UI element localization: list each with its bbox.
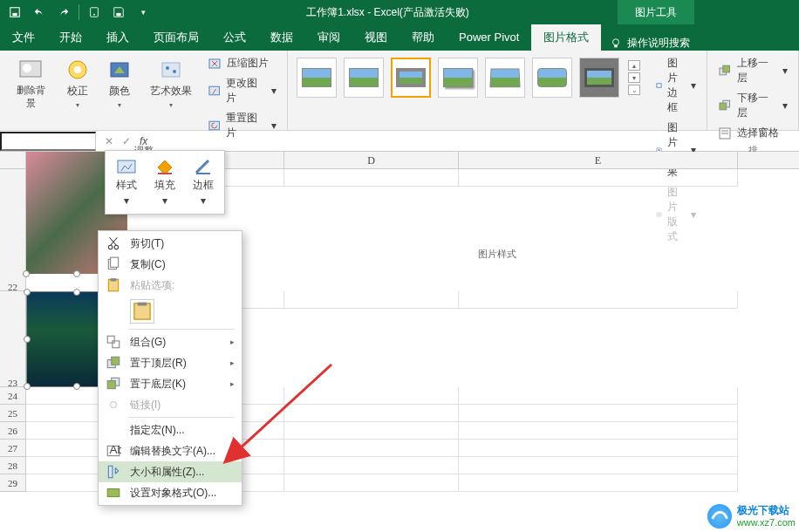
autosave-icon[interactable] — [5, 3, 24, 22]
tab-power-pivot[interactable]: Power Pivot — [447, 24, 531, 51]
tab-view[interactable]: 视图 — [352, 24, 400, 51]
style-item-6[interactable] — [532, 58, 572, 98]
tab-home[interactable]: 开始 — [47, 24, 94, 51]
col-header-e[interactable]: E — [459, 152, 738, 168]
svg-rect-51 — [107, 489, 120, 497]
touch-mode-icon[interactable] — [85, 3, 104, 22]
row-header[interactable]: 23 — [0, 291, 26, 387]
ctx-paste-options — [99, 296, 242, 327]
picture-border-button[interactable]: 图片边框 ▾ — [652, 54, 700, 117]
svg-rect-25 — [723, 65, 730, 72]
style-item-2[interactable] — [344, 58, 384, 98]
paste-option-1[interactable] — [130, 299, 154, 324]
bring-forward-button[interactable]: 上移一层 ▾ — [714, 54, 791, 87]
change-picture-button[interactable]: 更改图片 ▾ — [204, 74, 280, 107]
tab-help[interactable]: 帮助 — [400, 24, 447, 51]
svg-rect-17 — [209, 86, 219, 95]
tab-review[interactable]: 审阅 — [305, 24, 352, 51]
color-button[interactable]: 颜色 ▾ — [101, 54, 137, 113]
redo-button[interactable] — [54, 3, 73, 22]
svg-rect-33 — [196, 173, 210, 174]
svg-point-8 — [23, 64, 31, 72]
svg-point-14 — [166, 66, 169, 70]
ctx-alt-text[interactable]: Ab编辑替换文字(A)... — [99, 440, 242, 461]
row-header[interactable]: 27 — [0, 440, 26, 457]
send-backward-button[interactable]: 下移一层 ▾ — [714, 89, 791, 122]
tell-me-label: 操作说明搜索 — [627, 36, 690, 51]
ctx-bring-front[interactable]: 置于顶层(R)▸ — [99, 352, 242, 373]
svg-rect-19 — [657, 84, 661, 87]
compress-pictures-button[interactable]: 压缩图片 — [204, 54, 280, 72]
row-header[interactable]: 25 — [0, 405, 26, 422]
style-item-7[interactable] — [579, 58, 619, 98]
svg-point-21 — [659, 149, 660, 151]
ctx-format-object[interactable]: 设置对象格式(O)... — [99, 482, 242, 503]
svg-rect-42 — [107, 336, 114, 343]
svg-rect-45 — [112, 357, 120, 365]
row-header[interactable]: 26 — [0, 422, 26, 440]
svg-point-35 — [114, 245, 119, 249]
ctx-link: 链接(I) — [99, 394, 242, 415]
style-item-3[interactable] — [391, 58, 431, 98]
picture-styles-gallery: ▴ ▾ ⌄ — [295, 54, 642, 101]
col-header-d[interactable]: D — [284, 152, 459, 168]
save-button[interactable] — [109, 3, 128, 22]
row-header[interactable]: 24 — [0, 387, 26, 405]
ctx-assign-macro[interactable]: 指定宏(N)... — [99, 419, 242, 440]
ctx-group[interactable]: 组合(G)▸ — [99, 331, 242, 352]
tell-me[interactable]: 操作说明搜索 — [601, 36, 699, 51]
tab-page-layout[interactable]: 页面布局 — [141, 24, 211, 51]
context-menu: 剪切(T) 复制(C) 粘贴选项: 组合(G)▸ 置于顶层(R)▸ 置于底层(K… — [98, 230, 242, 506]
artistic-effects-button[interactable]: 艺术效果 ▾ — [142, 54, 199, 113]
contextual-tab-label: 图片工具 — [618, 0, 694, 24]
row-header[interactable]: 29 — [0, 474, 26, 492]
tab-file[interactable]: 文件 — [0, 24, 47, 51]
quick-access-toolbar: ▾ — [0, 3, 158, 22]
tab-insert[interactable]: 插入 — [94, 24, 141, 51]
svg-rect-27 — [720, 103, 727, 110]
mini-style-button[interactable]: 样式▾ — [109, 154, 144, 210]
svg-rect-2 — [91, 8, 99, 17]
svg-rect-37 — [111, 257, 119, 267]
svg-rect-47 — [107, 381, 115, 389]
reset-picture-button[interactable]: 重置图片 ▾ — [204, 109, 280, 142]
window-title: 工作簿1.xlsx - Excel(产品激活失败) — [158, 5, 618, 20]
svg-rect-4 — [116, 13, 120, 17]
svg-rect-39 — [111, 278, 117, 281]
gallery-more[interactable]: ⌄ — [628, 85, 640, 95]
watermark-url: www.xz7.com — [737, 517, 796, 528]
tab-picture-format[interactable]: 图片格式 — [531, 24, 601, 51]
gallery-down[interactable]: ▾ — [628, 72, 640, 83]
title-bar: ▾ 工作簿1.xlsx - Excel(产品激活失败) 图片工具 — [0, 0, 799, 24]
tab-data[interactable]: 数据 — [258, 24, 305, 51]
ribbon-group-arrange: 上移一层 ▾ 下移一层 ▾ 选择窗格 排 — [707, 51, 799, 130]
separator — [79, 4, 79, 20]
select-all-button[interactable] — [0, 152, 26, 168]
gallery-scroll: ▴ ▾ ⌄ — [626, 58, 640, 98]
remove-background-button[interactable]: 删除背景 — [7, 54, 55, 113]
tab-formulas[interactable]: 公式 — [211, 24, 258, 51]
qat-dropdown[interactable]: ▾ — [133, 3, 153, 22]
mini-outline-button[interactable]: 边框▾ — [186, 154, 221, 210]
watermark: 极光下载站 www.xz7.com — [707, 504, 796, 529]
svg-rect-1 — [12, 13, 17, 17]
mini-fill-button[interactable]: 填充▾ — [147, 154, 182, 210]
watermark-name: 极光下载站 — [737, 505, 796, 516]
gallery-up[interactable]: ▴ — [628, 60, 640, 71]
ctx-send-back[interactable]: 置于底层(K)▸ — [99, 373, 242, 394]
style-item-1[interactable] — [297, 58, 337, 98]
svg-text:Ab: Ab — [110, 443, 122, 456]
style-item-4[interactable] — [438, 58, 478, 98]
mini-toolbar: 样式▾ 填充▾ 边框▾ — [105, 150, 225, 215]
ribbon-group-picture-styles: ▴ ▾ ⌄ 图片边框 ▾ 图片效果 ▾ 图片版式 ▾ 图片样式 — [288, 51, 707, 130]
corrections-button[interactable]: 校正 ▾ — [60, 54, 96, 113]
ribbon: 删除背景 校正 ▾ 颜色 ▾ 艺术效果 ▾ 压缩图片 更改图片 ▾ 重置图片 ▾… — [0, 51, 799, 131]
style-item-5[interactable] — [485, 58, 525, 98]
ctx-cut[interactable]: 剪切(T) — [99, 233, 242, 254]
ctx-copy[interactable]: 复制(C) — [99, 254, 242, 275]
undo-button[interactable] — [30, 3, 49, 22]
separator — [128, 329, 235, 330]
row-header[interactable]: 28 — [0, 457, 26, 474]
ctx-size-properties[interactable]: 大小和属性(Z)... — [99, 461, 242, 482]
selection-pane-button[interactable]: 选择窗格 — [714, 124, 791, 142]
